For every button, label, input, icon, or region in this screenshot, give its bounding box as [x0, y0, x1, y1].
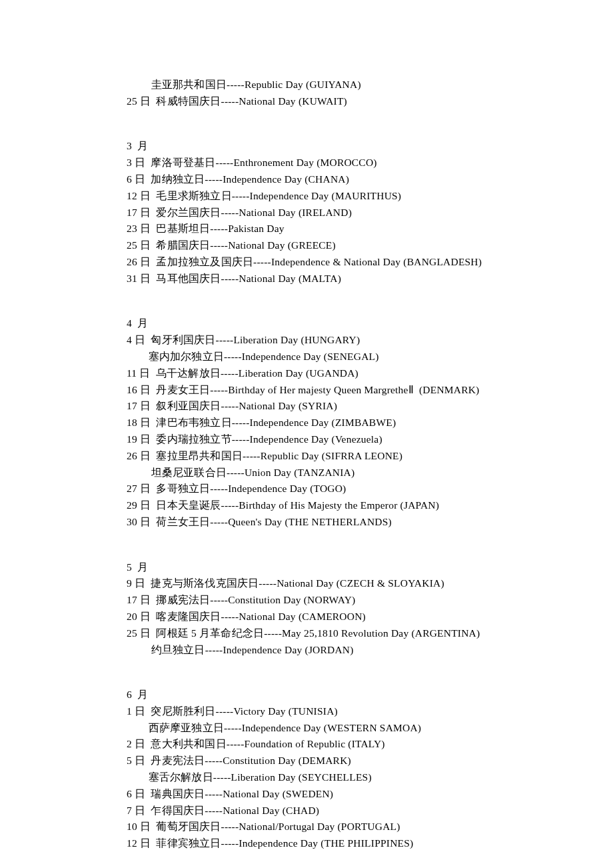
- text-line: 坦桑尼亚联合日-----Union Day (TANZANIA): [127, 465, 486, 481]
- text-line: [127, 110, 486, 127]
- text-line: 塞内加尔独立日-----Independence Day (SENEGAL): [127, 349, 486, 365]
- text-line: 23 日 巴基斯坦日-----Pakistan Day: [127, 221, 486, 237]
- text-line: 圭亚那共和国日-----Republic Day (GUIYANA): [127, 77, 486, 93]
- text-line: 塞舌尔解放日-----Liberation Day (SEYCHELLES): [127, 769, 486, 786]
- document-body: 圭亚那共和国日-----Republic Day (GUIYANA)25 日 科…: [127, 77, 486, 852]
- text-line: 20 日 喀麦隆国庆日-----National Day (CAMEROON): [127, 609, 486, 625]
- text-line: 5 日 丹麦宪法日-----Constitution Day (DEMARK): [127, 753, 486, 769]
- text-line: 7 日 乍得国庆日-----National Day (CHAD): [127, 803, 486, 819]
- text-line: [127, 531, 486, 547]
- text-line: 25 日 希腊国庆日-----National Day (GREECE): [127, 237, 486, 254]
- text-line: 西萨摩亚独立日-----Independence Day (WESTERN SA…: [127, 720, 486, 737]
- text-line: 29 日 日本天皇诞辰-----Birthday of His Majesty …: [127, 497, 486, 514]
- text-line: 约旦独立日-----Independence Day (JORDAN): [127, 642, 486, 659]
- text-line: 12 日 菲律宾独立日-----Independence Day (THE PH…: [127, 835, 486, 852]
- text-line: 17 日 爱尔兰国庆日-----National Day (IRELAND): [127, 205, 486, 221]
- text-line: [127, 287, 486, 304]
- text-line: 27 日 多哥独立日-----Independence Day (TOGO): [127, 481, 486, 497]
- text-line: 26 日 孟加拉独立及国庆日-----Independence & Nation…: [127, 254, 486, 271]
- text-line: 25 日 阿根廷 5 月革命纪念日-----May 25,1810 Revolu…: [127, 625, 486, 642]
- text-line: 30 日 荷兰女王日-----Queen's Day (THE NETHERLA…: [127, 514, 486, 531]
- text-line: 6 日 瑞典国庆日-----National Day (SWEDEN): [127, 786, 486, 803]
- text-line: 6 月: [127, 687, 486, 703]
- text-line: 12 日 毛里求斯独立日-----Independence Day (MAURI…: [127, 188, 486, 205]
- text-line: 10 日 葡萄牙国庆日-----National/Portugal Day (P…: [127, 819, 486, 835]
- text-line: 2 日 意大利共和国日-----Foundation of Republic (…: [127, 736, 486, 753]
- document-page: 圭亚那共和国日-----Republic Day (GUIYANA)25 日 科…: [0, 0, 613, 868]
- text-line: 19 日 委内瑞拉独立节-----Independence Day (Venez…: [127, 431, 486, 448]
- text-line: 16 日 丹麦女王日-----Birthday of Her majesty Q…: [127, 382, 486, 399]
- text-line: 26 日 塞拉里昂共和国日-----Republic Day (SIFRRA L…: [127, 448, 486, 465]
- text-line: 4 月: [127, 315, 486, 332]
- text-line: 5 月: [127, 559, 486, 576]
- text-line: 31 日 马耳他国庆日-----National Day (MALTA): [127, 271, 486, 287]
- text-line: 1 日 突尼斯胜利日-----Victory Day (TUNISIA): [127, 703, 486, 720]
- text-line: 11 日 乌干达解放日-----Liberation Day (UGANDA): [127, 365, 486, 382]
- text-line: [127, 658, 486, 675]
- text-line: 3 月: [127, 138, 486, 155]
- text-line: 4 日 匈牙利国庆日-----Liberation Day (HUNGARY): [127, 332, 486, 349]
- text-line: 9 日 捷克与斯洛伐克国庆日-----National Day (CZECH &…: [127, 575, 486, 592]
- text-line: 18 日 津巴布韦独立日-----Independence Day (ZIMBA…: [127, 415, 486, 431]
- text-line: 17 日 叙利亚国庆日-----National Day (SYRIA): [127, 398, 486, 415]
- text-line: 6 日 加纳独立日-----Independence Day (CHANA): [127, 171, 486, 188]
- text-line: 3 日 摩洛哥登基日-----Enthronement Day (MOROCCO…: [127, 155, 486, 171]
- text-line: 25 日 科威特国庆日-----National Day (KUWAIT): [127, 93, 486, 110]
- text-line: 17 日 挪威宪法日-----Constitution Day (NORWAY): [127, 592, 486, 609]
